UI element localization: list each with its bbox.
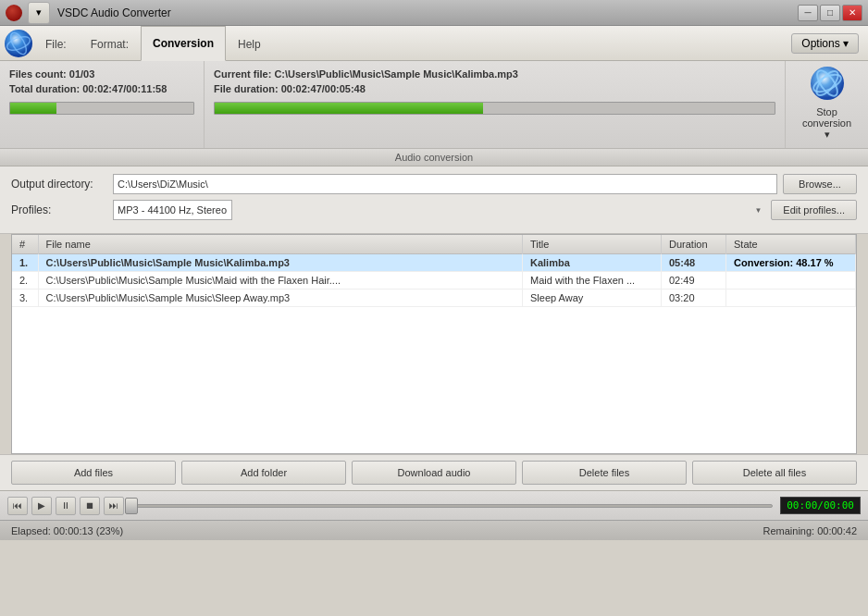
file-duration: File duration: 00:02:47/00:05:48	[214, 83, 775, 94]
col-filename: File name	[38, 235, 523, 254]
stop-label: Stopconversion	[802, 106, 851, 129]
stop-orb-icon	[810, 66, 845, 101]
menu-left: File: Format: Conversion Help	[4, 26, 273, 60]
status-top: Files count: 01/03 Total duration: 00:02…	[0, 61, 868, 149]
play-button[interactable]: ▶	[31, 497, 52, 515]
stop-button[interactable]: ⏹	[80, 497, 100, 515]
file-progress-bar	[214, 102, 775, 115]
options-label: Options ▾	[801, 37, 849, 50]
stop-dropdown-arrow: ▾	[825, 129, 830, 141]
player-time: 00:00/00:00	[780, 497, 861, 514]
menu-format-label: Format:	[91, 38, 129, 51]
toolbar-dropdown[interactable]: ▾	[28, 2, 50, 24]
app-logo	[4, 29, 33, 58]
maximize-button[interactable]: □	[820, 5, 840, 21]
window-title: VSDC Audio Converter	[57, 6, 171, 19]
download-audio-button[interactable]: Download audio	[352, 461, 516, 485]
menu-file[interactable]: File:	[33, 26, 79, 61]
total-progress-bar	[9, 102, 194, 115]
profiles-label: Profiles:	[11, 203, 113, 216]
delete-all-button[interactable]: Delete all files	[692, 461, 857, 485]
forward-button[interactable]: ⏭	[104, 497, 124, 515]
output-dir-row: Output directory: Browse...	[11, 174, 857, 194]
files-table: # File name Title Duration State 1.C:\Us…	[12, 235, 856, 307]
menu-format[interactable]: Format:	[79, 26, 141, 61]
toolbar-dropdown-arrow: ▾	[36, 6, 42, 18]
bottom-buttons-bar: Add files Add folder Download audio Dele…	[0, 454, 868, 490]
options-button[interactable]: Options ▾	[791, 33, 859, 54]
menu-help[interactable]: Help	[226, 26, 273, 61]
rewind-button[interactable]: ⏮	[7, 497, 28, 515]
table-row[interactable]: 1.C:\Users\Public\Music\Sample Music\Kal…	[12, 254, 856, 272]
remaining-status: Remaining: 00:00:42	[763, 525, 857, 536]
add-folder-button[interactable]: Add folder	[181, 461, 346, 485]
delete-files-button[interactable]: Delete files	[522, 461, 687, 485]
browse-button[interactable]: Browse...	[783, 174, 857, 194]
window-controls: ─ □ ✕	[798, 5, 862, 21]
player-slider-track	[131, 504, 773, 508]
total-duration: Total duration: 00:02:47/00:11:58	[9, 83, 194, 94]
file-progress-fill	[215, 103, 483, 114]
current-file: Current file: C:\Users\Public\Music\Samp…	[214, 68, 775, 80]
elapsed-status: Elapsed: 00:00:13 (23%)	[11, 525, 123, 536]
app-icon	[6, 5, 22, 21]
menu-conversion-label: Conversion	[153, 37, 214, 50]
table-header-row: # File name Title Duration State	[12, 235, 856, 254]
table-row[interactable]: 2.C:\Users\Public\Music\Sample Music\Mai…	[12, 272, 856, 290]
output-dir-input[interactable]	[113, 174, 777, 194]
col-num: #	[12, 235, 38, 254]
table-row[interactable]: 3.C:\Users\Public\Music\Sample Music\Sle…	[12, 290, 856, 307]
menu-file-label: File:	[45, 38, 67, 51]
close-button[interactable]: ✕	[842, 5, 862, 21]
add-files-button[interactable]: Add files	[11, 461, 176, 485]
form-area: Output directory: Browse... Profiles: MP…	[0, 166, 868, 234]
menu-help-label: Help	[238, 38, 261, 51]
edit-profiles-button[interactable]: Edit profiles...	[771, 200, 857, 220]
pause-button[interactable]: ⏸	[56, 497, 76, 515]
title-bar: ▾ VSDC Audio Converter ─ □ ✕	[0, 0, 868, 26]
total-progress-fill	[10, 103, 56, 114]
status-left-panel: Files count: 01/03 Total duration: 00:02…	[0, 61, 204, 148]
stop-conversion-button[interactable]: Stopconversion ▾	[790, 103, 864, 144]
player-slider[interactable]	[131, 497, 773, 515]
profiles-select[interactable]: MP3 - 44100 Hz, Stereo	[113, 200, 232, 220]
player-slider-thumb[interactable]	[125, 498, 138, 514]
status-bar: Elapsed: 00:00:13 (23%) Remaining: 00:00…	[0, 520, 868, 540]
col-duration: Duration	[662, 235, 726, 254]
files-table-container: # File name Title Duration State 1.C:\Us…	[11, 234, 857, 454]
status-middle-panel: Current file: C:\Users\Public\Music\Samp…	[204, 61, 785, 148]
audio-conversion-bar: Audio conversion	[0, 149, 868, 166]
player-bar: ⏮ ▶ ⏸ ⏹ ⏭ 00:00/00:00	[0, 490, 868, 520]
output-dir-label: Output directory:	[11, 178, 113, 191]
files-count: Files count: 01/03	[9, 68, 194, 80]
title-bar-left: ▾ VSDC Audio Converter	[6, 2, 171, 24]
minimize-button[interactable]: ─	[798, 5, 818, 21]
profiles-row: Profiles: MP3 - 44100 Hz, Stereo Edit pr…	[11, 200, 857, 220]
menu-conversion[interactable]: Conversion	[141, 26, 226, 61]
col-title: Title	[523, 235, 662, 254]
stop-conversion-panel: Stopconversion ▾	[785, 61, 868, 148]
col-state: State	[726, 235, 856, 254]
menu-bar: File: Format: Conversion Help Options ▾	[0, 26, 868, 61]
profiles-select-wrapper: MP3 - 44100 Hz, Stereo	[113, 200, 765, 220]
